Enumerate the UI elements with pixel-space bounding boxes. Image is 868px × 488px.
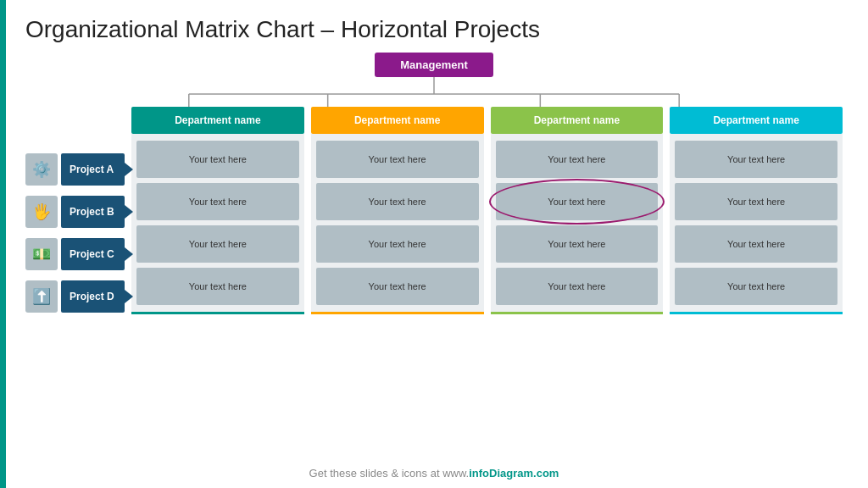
project-item-a: ⚙️ Project A	[25, 151, 125, 188]
dept-col-2: Department name Your text here Your text…	[491, 107, 664, 314]
dept-3-header: Department name	[670, 107, 843, 134]
dept-2-content: Your text here Your text here Your text …	[491, 134, 664, 314]
cell-0-1: Your text here	[136, 183, 299, 220]
project-a-icon: ⚙️	[25, 153, 58, 186]
dept-1-header: Department name	[311, 107, 484, 134]
project-d-label: Project D	[61, 280, 125, 313]
connector-lines	[25, 77, 843, 107]
cell-3-0: Your text here	[675, 141, 837, 178]
cell-1-3: Your text here	[316, 268, 479, 305]
project-b-icon: 🖐️	[25, 196, 58, 228]
management-row: Management	[375, 53, 492, 77]
cell-2-0: Your text here	[496, 141, 659, 178]
project-a-label: Project A	[61, 153, 125, 186]
project-b-label: Project B	[61, 196, 125, 228]
dept-col-0: Department name Your text here Your text…	[131, 107, 304, 314]
dept-col-3: Department name Your text here Your text…	[670, 107, 843, 314]
dept-0-header: Department name	[131, 107, 304, 134]
dept-1-content: Your text here Your text here Your text …	[311, 134, 484, 314]
cell-1-1: Your text here	[316, 183, 479, 220]
cell-3-3: Your text here	[675, 268, 837, 305]
cell-2-2: Your text here	[496, 225, 659, 263]
project-d-icon: ⬆️	[25, 280, 58, 313]
cell-1-2: Your text here	[316, 225, 479, 263]
footer-text: Get these slides & icons at www.infoDiag…	[309, 467, 559, 480]
department-columns: Department name Your text here Your text…	[131, 107, 843, 314]
project-item-b: 🖐️ Project B	[25, 193, 125, 230]
dept-0-content: Your text here Your text here Your text …	[131, 134, 304, 314]
project-c-icon: 💵	[25, 238, 58, 270]
chart-area: Management ⚙️ Project A	[25, 53, 843, 480]
cell-1-0: Your text here	[316, 141, 479, 178]
page-title: Organizational Matrix Chart – Horizontal…	[25, 15, 843, 44]
footer: Get these slides & icons at www.infoDiag…	[309, 462, 559, 480]
cell-0-3: Your text here	[136, 268, 299, 305]
cell-3-1: Your text here	[675, 183, 837, 220]
project-item-d: ⬆️ Project D	[25, 278, 125, 315]
project-item-c: 💵 Project C	[25, 236, 125, 273]
cell-2-1-highlighted: Your text here	[496, 183, 659, 220]
footer-brand: infoDiagram.com	[469, 467, 559, 480]
cell-2-3: Your text here	[496, 268, 659, 305]
cell-0-0: Your text here	[136, 141, 299, 178]
page: Organizational Matrix Chart – Horizontal…	[0, 0, 868, 488]
projects-column: ⚙️ Project A 🖐️ Project B 💵 Project C ⬆️…	[25, 151, 125, 320]
dept-2-header: Department name	[491, 107, 664, 134]
matrix-body: ⚙️ Project A 🖐️ Project B 💵 Project C ⬆️…	[25, 107, 843, 462]
left-accent-bar	[0, 0, 6, 488]
dept-col-1: Department name Your text here Your text…	[311, 107, 484, 314]
cell-3-2: Your text here	[675, 225, 837, 263]
cell-0-2: Your text here	[136, 225, 299, 263]
management-box: Management	[375, 53, 492, 77]
project-c-label: Project C	[61, 238, 125, 270]
dept-3-content: Your text here Your text here Your text …	[670, 134, 843, 314]
